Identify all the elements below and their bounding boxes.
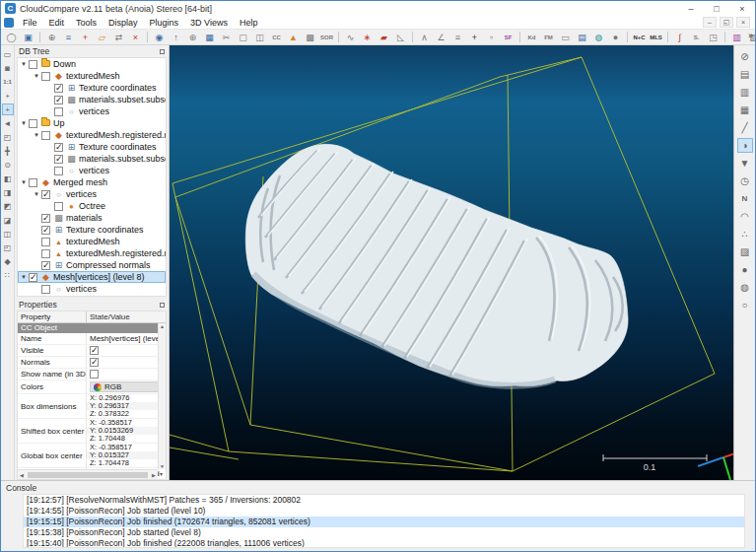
stipple-icon[interactable]: ▨ <box>737 244 753 259</box>
view-left-icon[interactable]: ◩ <box>2 200 14 212</box>
tree-item[interactable]: texturedMesh <box>18 236 166 247</box>
checkbox[interactable] <box>29 273 37 282</box>
checkbox[interactable] <box>54 107 63 116</box>
view-top-icon[interactable]: ◫ <box>2 228 14 240</box>
register-icon[interactable]: ◉ <box>152 31 167 43</box>
align-icon[interactable]: ⇄ <box>111 31 126 43</box>
sections-icon[interactable]: ≡ <box>450 31 465 43</box>
checkbox[interactable] <box>54 167 63 175</box>
console-line[interactable]: [19:12:57] [ResolveNormalsWithMST] Patch… <box>24 495 744 506</box>
menu-help[interactable]: Help <box>234 18 264 28</box>
view-right-icon[interactable]: ◪ <box>2 214 14 226</box>
normals-checkbox[interactable] <box>90 358 99 367</box>
expander-icon[interactable]: ▼ <box>21 120 29 126</box>
colors-dropdown[interactable]: RGB <box>90 381 163 392</box>
tree-item[interactable]: vertices <box>18 283 166 295</box>
kd-tree-icon[interactable]: Kd <box>524 31 539 43</box>
checkbox[interactable] <box>41 261 50 270</box>
apply-transform-icon[interactable]: ▱ <box>95 31 109 43</box>
dome-icon[interactable]: ◠ <box>737 209 753 224</box>
mdi-close-button[interactable]: × <box>736 17 750 28</box>
normal-n-icon[interactable]: N <box>737 191 753 206</box>
checkbox[interactable] <box>41 190 50 199</box>
scrollbar-thumb[interactable] <box>28 472 148 478</box>
checkbox[interactable] <box>41 226 50 235</box>
normals-colors-icon[interactable]: N+C <box>632 31 647 43</box>
cross-section-icon[interactable]: ◫ <box>252 31 267 43</box>
sphere-plugin-icon[interactable]: ● <box>737 262 753 277</box>
tree-item[interactable]: Texture coordinates <box>18 141 166 153</box>
view-bottom-icon[interactable]: ◰ <box>2 242 14 253</box>
image-stereo-icon[interactable]: ▥ <box>737 85 753 100</box>
tree-item[interactable]: ▼vertices <box>18 188 166 200</box>
m3c2-plugin-icon[interactable]: ∴ <box>737 227 753 242</box>
fit-scalar-icon[interactable]: ∿ <box>343 31 358 43</box>
tree-item[interactable]: ▼texturedMesh.registered.registered <box>18 129 166 141</box>
clock-icon[interactable]: ◷ <box>737 173 753 188</box>
checkbox[interactable] <box>54 143 63 152</box>
scroll-down-icon[interactable]: ▼ <box>160 463 165 469</box>
compass-icon[interactable]: ◑ <box>737 138 753 153</box>
point-picking-icon[interactable]: + <box>467 31 482 43</box>
tree-item[interactable]: ▼Merged mesh <box>18 176 166 188</box>
merge-icon[interactable]: + <box>78 31 93 43</box>
dock-pin-icon[interactable] <box>160 49 165 54</box>
checkbox[interactable] <box>54 155 63 164</box>
menu-3d-views[interactable]: 3D Views <box>184 18 234 28</box>
menu-edit[interactable]: Edit <box>43 18 71 28</box>
minimize-button[interactable]: – <box>678 1 704 16</box>
unroll-icon[interactable]: ▫ <box>484 31 499 43</box>
mdi-minimize-button[interactable]: – <box>703 17 717 28</box>
tree-item[interactable]: materials.subset.subset <box>18 153 166 165</box>
crop-icon[interactable]: ▢ <box>236 31 250 43</box>
pick-rotation-center-icon[interactable]: + <box>2 104 14 115</box>
column-property[interactable]: Property <box>18 311 87 322</box>
mdi-child-icon[interactable] <box>4 18 14 28</box>
view-back-icon[interactable]: ◨ <box>2 186 14 198</box>
checkbox[interactable] <box>54 84 63 93</box>
toolbar-overflow-icon[interactable]: » <box>748 31 753 40</box>
expander-icon[interactable]: ▼ <box>34 191 41 197</box>
scalar-stat-icon[interactable]: S. <box>689 31 704 43</box>
export-icon[interactable]: ◳ <box>706 31 721 43</box>
showname-checkbox[interactable] <box>90 370 99 379</box>
tree-item[interactable]: ▼Up <box>18 117 166 129</box>
globe-icon[interactable]: ◍ <box>591 31 606 43</box>
subsample-icon[interactable]: ↑ <box>169 31 183 43</box>
checkbox[interactable] <box>29 119 37 128</box>
scroll-right-icon[interactable]: ▶ <box>150 472 158 478</box>
camera-icon[interactable]: ◙ <box>2 62 14 74</box>
disable-icon[interactable]: ⊘ <box>737 49 753 64</box>
tree-item[interactable]: vertices <box>18 105 166 117</box>
segment-icon[interactable]: ✂ <box>219 31 234 43</box>
console-line-selected[interactable]: [19:15:15] [PoissonRecon] Job finished (… <box>24 517 744 527</box>
console-line[interactable]: [19:15:40] [PoissonRecon] Job finished (… <box>24 538 744 548</box>
dock-pin-icon[interactable] <box>160 303 165 308</box>
expander-icon[interactable]: ▼ <box>21 179 29 185</box>
ransac-icon[interactable]: ▥ <box>729 31 744 43</box>
image-exr-icon[interactable]: ▤ <box>737 67 753 82</box>
pcd-icon[interactable]: ▤ <box>575 31 589 43</box>
sphere-icon[interactable]: ● <box>608 31 623 43</box>
connected-components-icon[interactable]: CC <box>269 31 284 43</box>
zoom-corner-icon[interactable]: ◰ <box>2 131 14 143</box>
scroll-up-icon[interactable]: ▲ <box>160 323 165 329</box>
terrain-icon[interactable]: ∧ <box>417 31 432 43</box>
tree-item[interactable]: Texture coordinates <box>18 224 166 236</box>
expander-icon[interactable]: ▼ <box>21 274 29 280</box>
expander-icon[interactable]: ▼ <box>21 61 29 67</box>
csf-icon[interactable]: ▭ <box>558 31 573 43</box>
console-log[interactable]: [19:12:57] [ResolveNormalsWithMST] Patch… <box>23 494 745 548</box>
red-ellipse-icon[interactable]: ○ <box>737 298 753 312</box>
checkbox[interactable] <box>54 96 63 104</box>
clone-icon[interactable]: ≡ <box>61 31 76 43</box>
checkbox[interactable] <box>41 72 50 81</box>
menu-plugins[interactable]: Plugins <box>144 18 185 28</box>
checkbox[interactable] <box>29 60 37 69</box>
tree-item[interactable]: texturedMesh.registered.registered <box>18 247 166 259</box>
close-button[interactable]: × <box>729 1 755 16</box>
monitor-icon[interactable]: ▭ <box>2 48 14 60</box>
3d-viewport[interactable]: 0.1 <box>170 45 735 482</box>
curvature-icon[interactable]: ∫ <box>672 31 687 43</box>
tree-item[interactable]: ▼Down <box>18 58 166 70</box>
